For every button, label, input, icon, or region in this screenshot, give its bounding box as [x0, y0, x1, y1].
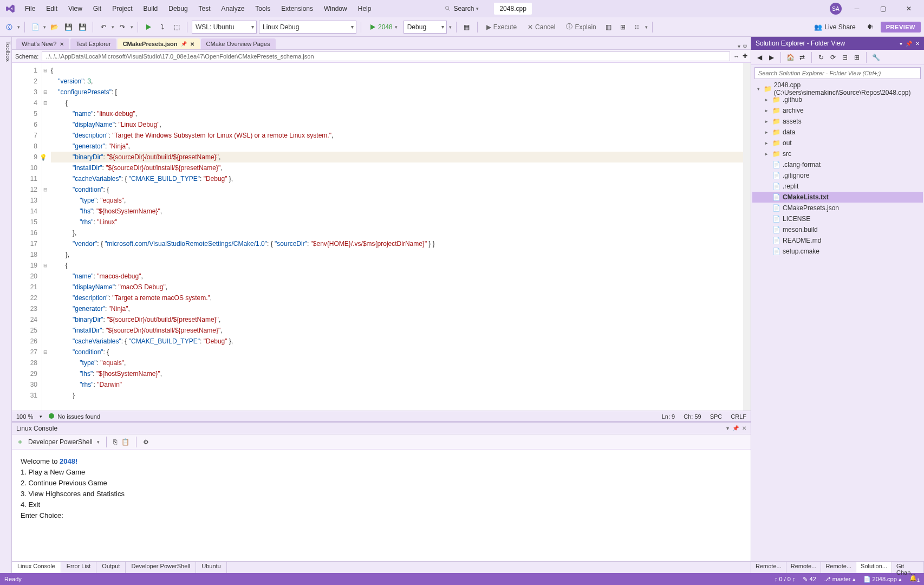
output-tab-ubuntu[interactable]: Ubuntu — [196, 562, 226, 573]
user-avatar[interactable]: SA — [830, 3, 842, 15]
explain-button[interactable]: ⓘ Explain — [562, 21, 600, 34]
build-type-combo[interactable]: Debug — [404, 21, 447, 34]
menu-view[interactable]: View — [64, 3, 87, 15]
output-tab-error-list[interactable]: Error List — [61, 562, 97, 573]
save-button[interactable]: 💾 — [62, 21, 74, 33]
platform-combo[interactable]: WSL: Ubuntu — [192, 21, 257, 34]
menu-file[interactable]: File — [21, 3, 40, 15]
maximize-button[interactable]: ▢ — [872, 1, 894, 16]
tree-item-readme-md[interactable]: 📄README.md — [752, 235, 923, 246]
switch-view-icon[interactable]: ⇄ — [797, 53, 807, 62]
console-dropdown-icon[interactable]: ▾ — [726, 425, 729, 431]
tree-item-data[interactable]: ▸📁data — [752, 127, 923, 138]
feedback-icon[interactable]: 🗣 — [864, 21, 876, 33]
menu-edit[interactable]: Edit — [42, 3, 62, 15]
home-icon[interactable]: 🏠 — [785, 53, 795, 62]
schema-path[interactable]: ..\..\..\AppData\Local\Microsoft\VisualS… — [42, 51, 730, 61]
right-tab-4[interactable]: Git Chan... — [892, 562, 924, 573]
copy-icon[interactable]: ⎘ — [113, 438, 117, 446]
tree-item--clang-format[interactable]: 📄.clang-format — [752, 159, 923, 170]
menu-build[interactable]: Build — [139, 3, 162, 15]
menu-project[interactable]: Project — [108, 3, 136, 15]
editor-scrollbar[interactable] — [743, 63, 751, 411]
status-errors[interactable]: ✎ 42 — [803, 576, 816, 583]
tab-cmakepresets-json[interactable]: CMakePresets.json📌✕ — [118, 38, 200, 49]
undo-button[interactable]: ↶ — [97, 21, 109, 33]
tree-item-out[interactable]: ▸📁out — [752, 138, 923, 148]
toolbox-sidebar[interactable]: Toolbox — [0, 37, 12, 573]
tree-item-setup-cmake[interactable]: 📄setup.cmake — [752, 246, 923, 257]
indent-indicator[interactable]: SPC — [710, 413, 723, 420]
tablist-gear-icon[interactable]: ⚙ — [743, 43, 747, 49]
menu-window[interactable]: Window — [320, 3, 352, 15]
line-indicator[interactable]: Ln: 9 — [662, 413, 675, 420]
paste-icon[interactable]: 📋 — [121, 438, 129, 446]
nav-back-button[interactable] — [3, 21, 15, 33]
execute-button[interactable]: ▶ Execute — [482, 21, 521, 34]
schema-nav-icon[interactable]: ↔ — [733, 53, 739, 60]
tree-item-meson-build[interactable]: 📄meson.build — [752, 224, 923, 235]
stop-button[interactable]: ⬚ — [171, 21, 183, 33]
panel-dropdown-icon[interactable]: ▾ — [900, 41, 902, 47]
start-debug-icon[interactable] — [142, 21, 154, 33]
titlebar-document[interactable]: 2048.cpp — [494, 3, 531, 15]
menu-help[interactable]: Help — [354, 3, 376, 15]
console-title[interactable]: Linux Console ▾ 📌 ✕ — [12, 422, 751, 434]
cancel-button[interactable]: ✕ Cancel — [523, 21, 559, 34]
config-combo[interactable]: Linux Debug — [259, 21, 356, 34]
add-terminal-icon[interactable]: ＋ — [16, 437, 24, 447]
show-all-icon[interactable]: ⊞ — [852, 53, 862, 62]
right-tab-0[interactable]: Remote... — [751, 562, 786, 573]
tab-cmake-overview-pages[interactable]: CMake Overview Pages — [201, 38, 276, 49]
tree-item-archive[interactable]: ▸📁archive — [752, 105, 923, 116]
redo-button[interactable]: ↷ — [116, 21, 128, 33]
tree-item-src[interactable]: ▸📁src — [752, 148, 923, 159]
console-pin-icon[interactable]: 📌 — [732, 425, 739, 431]
console-output[interactable]: Welcome to 2048! 1. Play a New Game 2. C… — [12, 450, 751, 561]
code-editor[interactable]: 1234567891011121314151617181920212223242… — [12, 63, 751, 411]
tool-icon-1[interactable]: ▥ — [603, 21, 615, 33]
fwd-nav-icon[interactable]: ▶ — [766, 53, 776, 62]
menu-git[interactable]: Git — [89, 3, 106, 15]
save-all-button[interactable]: 💾 — [76, 21, 88, 33]
launch-target-button[interactable]: 2048▾ — [366, 21, 401, 34]
menu-debug[interactable]: Debug — [164, 3, 192, 15]
issues-text[interactable]: No issues found — [57, 413, 100, 420]
solution-search-input[interactable] — [754, 67, 921, 79]
search-box[interactable]: Search ▾ — [440, 4, 483, 14]
solution-search[interactable] — [754, 67, 921, 79]
tool-icon-3[interactable]: ⁝⁝ — [631, 21, 643, 33]
open-button[interactable]: 📂 — [48, 21, 60, 33]
live-share-button[interactable]: 👥 Live Share — [810, 23, 860, 31]
status-nav[interactable]: ↕ 0 / 0 ↕ — [775, 576, 796, 582]
tablist-dropdown-icon[interactable]: ▾ — [738, 43, 740, 49]
db-icon[interactable]: ▦ — [461, 21, 473, 33]
tab-what-s-new-[interactable]: What's New?✕ — [16, 38, 69, 49]
tree-item-cmakelists-txt[interactable]: 📄CMakeLists.txt — [752, 192, 923, 203]
close-window-button[interactable]: ✕ — [898, 1, 920, 16]
refresh-icon[interactable]: ↻ — [816, 53, 826, 62]
menu-analyze[interactable]: Analyze — [217, 3, 249, 15]
tree-item--gitignore[interactable]: 📄.gitignore — [752, 170, 923, 181]
tab-test-explorer[interactable]: Test Explorer — [70, 38, 116, 49]
lineending-indicator[interactable]: CRLF — [731, 413, 746, 420]
status-notifications[interactable]: 🔔1 — [909, 575, 920, 583]
menu-extensions[interactable]: Extensions — [277, 3, 317, 15]
panel-pin-icon[interactable]: 📌 — [906, 41, 912, 47]
schema-plus-icon[interactable]: ✚ — [743, 53, 747, 60]
right-tab-2[interactable]: Remote... — [821, 562, 856, 573]
properties-icon[interactable]: 🔧 — [871, 53, 881, 62]
tree-item--replit[interactable]: 📄.replit — [752, 181, 923, 192]
status-doc[interactable]: 📄 2048.cpp ▴ — [863, 576, 902, 583]
settings-icon[interactable]: ⚙ — [143, 438, 149, 446]
code-content[interactable]: { "version": 3, "configurePresets": [ { … — [49, 63, 743, 411]
menu-test[interactable]: Test — [194, 3, 215, 15]
menu-tools[interactable]: Tools — [251, 3, 275, 15]
tool-icon-2[interactable]: ⊞ — [617, 21, 629, 33]
status-branch[interactable]: ⎇ master ▴ — [824, 576, 856, 583]
fold-column[interactable]: ⊟⊟⊟⊟⊟⊟ — [42, 63, 49, 411]
tree-item-license[interactable]: 📄LICENSE — [752, 213, 923, 224]
step-button[interactable]: ⤵ — [157, 21, 168, 33]
tree-item-cmakepresets-json[interactable]: 📄CMakePresets.json — [752, 203, 923, 213]
tree-item-2048-cpp-c-users-sinemakinci-source-repos-2048-cpp-[interactable]: ▾📁2048.cpp (C:\Users\sinemakinci\Source\… — [752, 83, 923, 94]
